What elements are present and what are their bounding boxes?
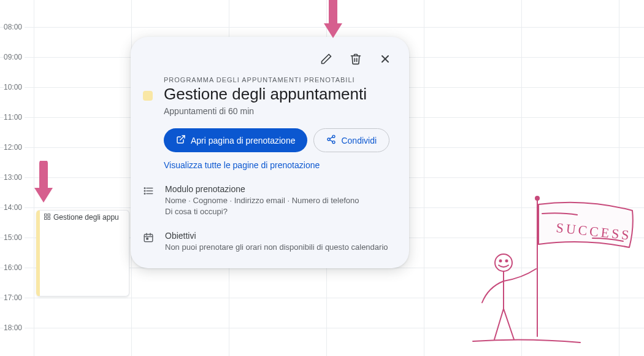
- calendar-icon: [143, 232, 154, 253]
- view-all-pages-link[interactable]: Visualizza tutte le pagine di prenotazio…: [164, 160, 320, 170]
- open-external-icon: [176, 134, 186, 146]
- svg-rect-3: [48, 217, 50, 220]
- share-button[interactable]: Condividi: [313, 128, 389, 152]
- svg-line-11: [330, 140, 333, 142]
- share-icon: [326, 134, 336, 146]
- hour-label: 10:00: [4, 83, 25, 91]
- pencil-icon: [320, 53, 332, 67]
- hour-label: 16:00: [4, 263, 25, 272]
- day-column-line: [521, 0, 522, 356]
- booking-form-fields: Nome · Cognome · Indirizzo email · Numer…: [165, 195, 359, 206]
- appointment-icon: [44, 213, 51, 222]
- calendar-event[interactable]: Gestione degli appu: [36, 210, 129, 296]
- hour-row: 17:00: [0, 298, 644, 328]
- popup-subtitle: Appuntamenti di 60 min: [164, 106, 367, 116]
- open-booking-label: Apri pagina di prenotazione: [191, 136, 295, 145]
- booking-form-question: Di cosa ti occupi?: [165, 206, 359, 217]
- svg-rect-2: [45, 217, 47, 220]
- svg-line-10: [330, 137, 333, 139]
- trash-icon: [350, 53, 362, 67]
- goals-heading: Obiettivi: [165, 231, 388, 241]
- hour-label: 08:00: [4, 23, 25, 31]
- svg-line-6: [180, 136, 185, 140]
- hour-label: 18:00: [4, 323, 25, 332]
- svg-rect-0: [45, 214, 47, 217]
- day-column-line: [424, 0, 424, 356]
- booking-form-heading: Modulo prenotazione: [165, 184, 359, 194]
- annotation-arrow-left: [29, 161, 58, 210]
- event-color-swatch: [143, 91, 153, 101]
- share-label: Condividi: [341, 136, 377, 145]
- close-button[interactable]: [374, 48, 397, 71]
- svg-rect-1: [48, 214, 50, 217]
- day-column-line: [619, 0, 619, 356]
- popup-eyebrow: PROGRAMMA DEGLI APPUNTAMENTI PRENOTABILI: [164, 76, 367, 83]
- close-icon: [379, 53, 391, 67]
- hour-label: 14:00: [4, 203, 25, 212]
- edit-button[interactable]: [315, 48, 338, 71]
- svg-point-16: [144, 190, 145, 192]
- svg-rect-22: [147, 238, 148, 239]
- popup-title: Gestione degli appuntamenti: [164, 85, 367, 104]
- annotation-arrow-top: [319, 0, 347, 45]
- hour-label: 15:00: [4, 233, 25, 242]
- list-icon: [143, 185, 154, 217]
- hour-label: 12:00: [4, 143, 25, 152]
- goals-description: Non puoi prenotare gli orari non disponi…: [165, 242, 388, 253]
- popup-actions: [143, 48, 397, 71]
- open-booking-page-button[interactable]: Apri pagina di prenotazione: [164, 128, 307, 152]
- delete-button[interactable]: [344, 48, 367, 71]
- hour-label: 11:00: [4, 113, 25, 122]
- hour-row: 18:00: [0, 328, 644, 356]
- hour-label: 09:00: [4, 53, 25, 61]
- appointment-popup: PROGRAMMA DEGLI APPUNTAMENTI PRENOTABILI…: [131, 37, 409, 268]
- svg-point-15: [144, 188, 145, 189]
- hour-label: 13:00: [4, 173, 25, 182]
- svg-point-17: [144, 193, 145, 195]
- hour-label: 17:00: [4, 293, 25, 302]
- event-title: Gestione degli appu: [53, 213, 119, 222]
